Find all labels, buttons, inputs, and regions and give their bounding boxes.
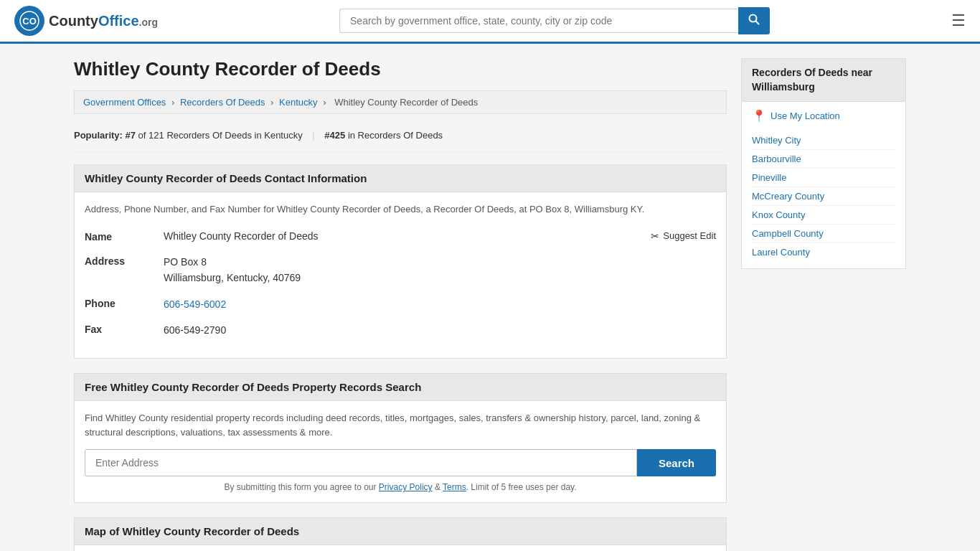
logo: CO CountyOffice.org	[14, 6, 158, 36]
sidebar-body: 📍 Use My Location Whitley City Barbourvi…	[742, 102, 905, 268]
logo-text: CountyOffice.org	[49, 13, 158, 29]
name-value: Whitley County Recorder of Deeds	[164, 228, 319, 244]
svg-line-3	[756, 22, 760, 25]
form-note: By submitting this form you agree to our…	[85, 482, 716, 492]
sidebar-link-mccreary[interactable]: McCreary County	[752, 187, 895, 206]
name-row: Name Whitley County Recorder of Deeds ✂ …	[85, 228, 716, 244]
contact-section-body: Address, Phone Number, and Fax Number fo…	[75, 192, 726, 358]
sidebar-link-laurel[interactable]: Laurel County	[752, 243, 895, 261]
property-search-section: Free Whitley County Recorder Of Deeds Pr…	[74, 373, 727, 503]
contact-description: Address, Phone Number, and Fax Number fo…	[85, 202, 716, 217]
main-container: Whitley County Recorder of Deeds Governm…	[60, 44, 920, 551]
property-section-body: Find Whitley County residential property…	[75, 401, 726, 502]
location-icon: 📍	[752, 109, 766, 123]
breadcrumb-current: Whitley County Recorder of Deeds	[334, 97, 478, 108]
map-section: Map of Whitley County Recorder of Deeds …	[74, 517, 727, 551]
property-description: Find Whitley County residential property…	[85, 411, 716, 439]
name-label: Name	[85, 230, 164, 242]
address-row: Address PO Box 8 Williamsburg, Kentucky,…	[85, 254, 716, 286]
address-line2: Williamsburg, Kentucky, 40769	[164, 270, 301, 286]
edit-icon: ✂	[651, 230, 659, 242]
popularity-bar: Popularity: #7 of 121 Recorders Of Deeds…	[74, 123, 727, 153]
phone-value: 606-549-6002	[164, 296, 226, 312]
fax-value: 606-549-2790	[164, 322, 226, 338]
contact-section: Whitley County Recorder of Deeds Contact…	[74, 164, 727, 359]
property-search-form: Search	[85, 449, 716, 476]
address-value: PO Box 8 Williamsburg, Kentucky, 40769	[164, 254, 301, 286]
property-search-button[interactable]: Search	[637, 449, 716, 476]
logo-icon: CO	[14, 6, 44, 36]
sidebar-link-barbourville[interactable]: Barbourville	[752, 150, 895, 169]
privacy-policy-link[interactable]: Privacy Policy	[379, 482, 433, 492]
page-title: Whitley County Recorder of Deeds	[74, 58, 727, 80]
contact-section-header: Whitley County Recorder of Deeds Contact…	[75, 165, 726, 192]
sidebar-link-pineville[interactable]: Pineville	[752, 169, 895, 187]
global-search-input[interactable]	[339, 9, 738, 33]
breadcrumb-link-gov[interactable]: Government Offices	[83, 97, 166, 108]
phone-label: Phone	[85, 296, 164, 309]
svg-text:CO: CO	[22, 16, 37, 27]
popularity-rank-state: #7 of 121 Recorders Of Deeds in Kentucky	[126, 130, 303, 141]
breadcrumb-link-recorders[interactable]: Recorders Of Deeds	[180, 97, 265, 108]
sidebar-title: Recorders Of Deeds near Williamsburg	[742, 59, 905, 102]
breadcrumb: Government Offices › Recorders Of Deeds …	[74, 90, 727, 114]
global-search-button[interactable]	[738, 7, 770, 34]
map-section-header: Map of Whitley County Recorder of Deeds	[75, 518, 726, 545]
fax-label: Fax	[85, 322, 164, 335]
sidebar-link-whitley-city[interactable]: Whitley City	[752, 131, 895, 150]
use-my-location-link[interactable]: 📍 Use My Location	[752, 109, 895, 123]
fax-row: Fax 606-549-2790	[85, 322, 716, 338]
phone-row: Phone 606-549-6002	[85, 296, 716, 312]
popularity-label: Popularity:	[74, 130, 123, 141]
map-section-body: View map of Whitley County Recorder of D…	[75, 545, 726, 551]
terms-link[interactable]: Terms	[443, 482, 466, 492]
popularity-rank-national: #425 in Recorders Of Deeds	[324, 130, 443, 141]
suggest-edit-button[interactable]: ✂ Suggest Edit	[651, 230, 716, 242]
address-line1: PO Box 8	[164, 254, 301, 270]
sidebar-link-campbell[interactable]: Campbell County	[752, 225, 895, 243]
address-label: Address	[85, 254, 164, 267]
breadcrumb-link-kentucky[interactable]: Kentucky	[279, 97, 317, 108]
address-input[interactable]	[85, 449, 637, 476]
property-section-header: Free Whitley County Recorder Of Deeds Pr…	[75, 374, 726, 401]
site-header: CO CountyOffice.org ☰	[0, 0, 980, 44]
hamburger-menu-icon[interactable]: ☰	[951, 11, 966, 30]
svg-point-2	[750, 15, 757, 22]
sidebar: Recorders Of Deeds near Williamsburg 📍 U…	[741, 58, 906, 551]
global-search-area	[339, 7, 770, 34]
content-area: Whitley County Recorder of Deeds Governm…	[74, 58, 727, 551]
phone-link[interactable]: 606-549-6002	[164, 298, 226, 310]
sidebar-box: Recorders Of Deeds near Williamsburg 📍 U…	[741, 58, 906, 269]
sidebar-link-knox[interactable]: Knox County	[752, 206, 895, 225]
